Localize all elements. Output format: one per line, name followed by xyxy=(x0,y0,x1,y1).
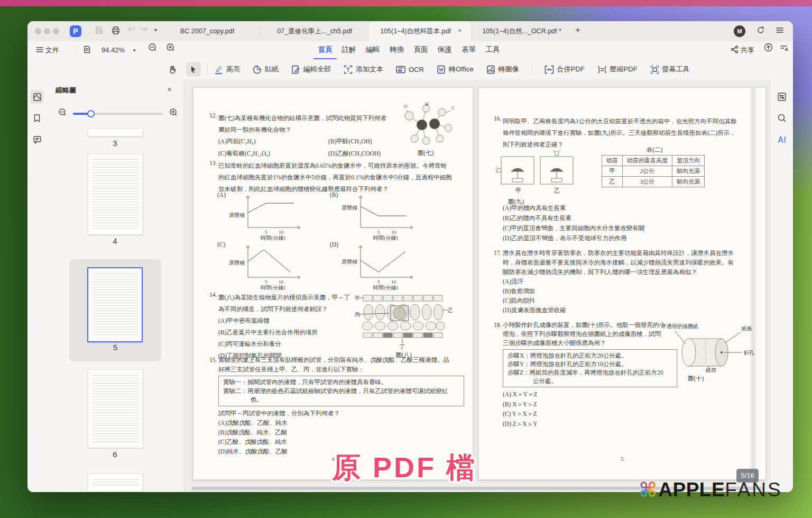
option-c: (C) Y＞X＞Z xyxy=(503,409,677,419)
thumbnails-panel-icon[interactable] xyxy=(30,90,44,104)
zoom-window-button[interactable] xyxy=(53,28,59,34)
new-tab-button[interactable]: + xyxy=(575,25,580,35)
file-menu-button[interactable]: 文件 xyxy=(36,41,59,59)
option-a: (A)甲中密布葉綠體 xyxy=(218,315,377,326)
pdf-page-4[interactable]: 12. 圖(七)為某種有機化合物的結構示意圖，試問此物質與下列何者 屬於同一類的… xyxy=(193,87,473,480)
thumbnail-page-7[interactable] xyxy=(88,474,143,492)
graph-xtick: 5 xyxy=(377,230,380,235)
bookmarks-panel-icon[interactable] xyxy=(30,111,44,125)
compress-pdf-tool[interactable]: 壓縮PDF xyxy=(597,65,638,75)
tab-ch5[interactable]: 07_選修化學上..._ch5.pdf xyxy=(264,21,365,41)
zoom-out-button[interactable] xyxy=(148,41,158,59)
cloud-upload-icon[interactable] xyxy=(763,41,773,59)
ai-panel-icon[interactable]: AI xyxy=(775,133,789,147)
thumbnail-page-5-selected[interactable] xyxy=(87,267,143,342)
tab-bc2007[interactable]: BC 2007_copy.pdf xyxy=(162,21,252,41)
command-icon: ⌘ xyxy=(639,479,657,501)
nav-tab-protect[interactable]: 保護 xyxy=(433,41,456,58)
add-text-tool[interactable]: 添加文本 xyxy=(343,65,383,75)
compress-pdf-label: 壓縮PDF xyxy=(610,65,638,74)
table-cell: 甲 xyxy=(602,166,623,177)
option-a: (A)流汗 xyxy=(503,277,754,286)
sticker-tool[interactable]: 貼紙 xyxy=(252,65,279,75)
app-menu-icon[interactable] xyxy=(775,25,785,37)
label-tracing-paper: 半透明的描圖紙 xyxy=(661,323,698,329)
minimize-window-button[interactable] xyxy=(44,28,50,34)
figure-caption: 圖(十) xyxy=(661,375,730,383)
nav-tab-home[interactable]: 首頁 xyxy=(313,41,337,59)
option-b: (B)乙是葉片中主要行光合作用的場所 xyxy=(218,326,377,338)
collapse-toolbar-icon[interactable] xyxy=(780,41,789,59)
thumbnail-page-4[interactable] xyxy=(88,153,143,235)
account-avatar[interactable]: M xyxy=(734,25,745,37)
redo-icon[interactable]: ↪ xyxy=(141,24,147,34)
tab-separator xyxy=(259,27,260,35)
screen-tools-tool[interactable]: 螢幕工具 xyxy=(650,65,690,75)
edit-all-tool[interactable]: 編輯全部 xyxy=(291,65,331,75)
merge-pdf-tool[interactable]: 合併PDF xyxy=(544,65,585,75)
step-x: 步驟X：將燈泡放在針孔的正前方20公分處。 xyxy=(508,351,672,360)
nav-tab-convert[interactable]: 轉換 xyxy=(385,41,409,58)
app-logo[interactable]: P xyxy=(70,25,81,37)
page-fit-icon[interactable] xyxy=(83,41,91,59)
hand-tool-icon[interactable] xyxy=(165,62,180,77)
thumbnail-size-slider[interactable] xyxy=(73,113,163,115)
nav-tab-comment[interactable]: 註解 xyxy=(337,41,361,58)
undo-icon[interactable]: ↩ xyxy=(128,24,135,34)
figure-8-leaf: 甲 乙 丙 丁 圖(八) xyxy=(355,293,453,359)
question-16: 16. 阿明取甲、乙兩株長度均為1公分的大豆幼苗置於不透光的箱中，在光照方向不同… xyxy=(503,115,754,150)
figure-10-pinhole: 半透明的描圖紙 紙板 針孔 紙筒 圖(十) xyxy=(661,320,764,383)
tab-close-icon[interactable]: × xyxy=(458,26,462,34)
question-13: 13. 已知青蛙的紅血球細胞若置於濃度為0.65%的食鹽水中，可維持原本的形狀。… xyxy=(218,160,469,195)
comments-panel-icon[interactable] xyxy=(30,132,44,146)
thumbnail-content xyxy=(93,274,137,336)
print-icon[interactable] xyxy=(111,25,121,37)
question-text: 三個步驟的成像面積大小關係應為何？ xyxy=(503,339,677,348)
close-window-button[interactable] xyxy=(35,28,41,34)
thumb-zoom-out-icon[interactable] xyxy=(58,108,67,119)
brand-word-apple: APPLE xyxy=(658,479,725,501)
history-caret-icon[interactable]: ▾ xyxy=(154,27,157,33)
save-icon[interactable] xyxy=(94,25,104,37)
left-panel-strip xyxy=(27,79,47,492)
select-tool-icon[interactable] xyxy=(186,62,201,77)
to-image-tool[interactable]: 轉圖像 xyxy=(486,65,519,75)
graph-letter: (B) xyxy=(330,192,338,198)
question-number: 18. xyxy=(494,321,501,330)
thumbnail-page-6[interactable] xyxy=(88,369,143,448)
option-a: (A)甲的體內具有生長素 xyxy=(503,203,754,213)
properties-panel-icon[interactable] xyxy=(775,90,789,104)
tab-ocr[interactable]: 105(1~4)自然..._OCR.pdf * xyxy=(474,21,569,41)
pdf-app-window: P ↩ ↪ ▾ BC 2007_copy.pdf 07_選修化學上..._ch5… xyxy=(27,21,793,492)
menubar-divider xyxy=(77,46,77,54)
slider-knob[interactable] xyxy=(87,110,95,117)
question-number: 16. xyxy=(494,115,501,122)
share-button[interactable]: 共享 xyxy=(731,41,754,59)
zoom-level-value[interactable]: 94.42% xyxy=(97,41,129,59)
thumbnail-content xyxy=(93,479,139,486)
tab-active-nature-exam[interactable]: 105(1~4)自然科題本.pdf × xyxy=(369,21,470,41)
pdf-page-5[interactable]: 16. 阿明取甲、乙兩株長度均為1公分的大豆幼苗置於不透光的箱中，在光照方向不同… xyxy=(478,87,766,480)
label-pinhole: 針孔 xyxy=(744,350,754,356)
thumb-zoom-in-icon[interactable] xyxy=(169,108,178,119)
zoom-in-button[interactable] xyxy=(166,41,176,59)
graph-xtick: 10 xyxy=(279,230,284,235)
nav-tab-form[interactable]: 表單 xyxy=(457,41,481,58)
question-15: 15. 實驗室的桌上有三支沒有貼標籤的試管，分別裝有純水、戊酸戊酯、乙酸三種液體… xyxy=(218,355,464,456)
highlight-tool[interactable]: 高亮 xyxy=(214,65,240,75)
nav-tab-page[interactable]: 頁面 xyxy=(409,41,432,58)
search-panel-icon[interactable] xyxy=(775,111,789,125)
refresh-icon[interactable] xyxy=(756,25,765,37)
label-cardboard: 紙板 xyxy=(741,325,752,331)
nav-tab-edit[interactable]: 編輯 xyxy=(361,41,384,58)
nav-tab-tools[interactable]: 工具 xyxy=(481,41,504,58)
title-bar: P ↩ ↪ ▾ BC 2007_copy.pdf 07_選修化學上..._ch5… xyxy=(27,21,793,41)
option-b: (B)戊酸戊酯、純水、乙酸 xyxy=(218,428,464,437)
panel-close-icon[interactable]: × xyxy=(167,85,172,94)
question-number: 12. xyxy=(209,112,217,119)
ocr-tool[interactable]: OCR xyxy=(395,65,424,75)
zoom-caret-icon[interactable]: ▾ xyxy=(133,41,136,59)
to-office-tool[interactable]: 轉Office xyxy=(436,65,474,75)
thumbnail-page-3[interactable] xyxy=(88,128,143,137)
option-c: (C)葡萄糖(C₆H₁₂O₆) xyxy=(218,148,328,160)
